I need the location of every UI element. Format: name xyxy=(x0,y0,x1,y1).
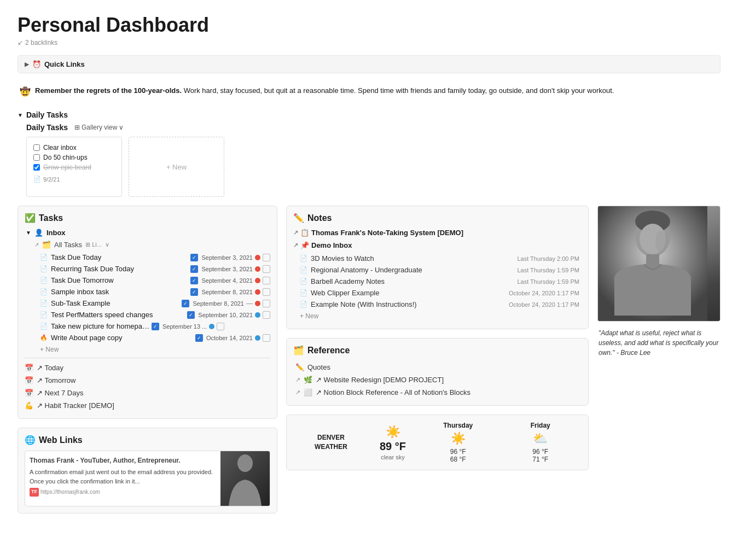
nav-next7[interactable]: 📅 ↗ Next 7 Days xyxy=(25,387,270,399)
task-date: September 8, 2021 xyxy=(193,300,244,307)
weather-thursday: Thursday ☀️ 96 °F 68 °F xyxy=(419,422,497,463)
bruce-lee-silhouette xyxy=(598,206,707,321)
task-dot-red xyxy=(255,301,260,306)
note-row-2[interactable]: 📄 Regional Anatomy - Undergraduate Last … xyxy=(293,264,582,276)
ref-row-quotes[interactable]: ✏️ Quotes xyxy=(293,361,582,374)
gallery-view-button[interactable]: ⊞ Gallery view ∨ xyxy=(72,122,126,132)
daily-tasks-view-label: Daily Tasks xyxy=(26,123,68,132)
quick-links-section: ▶ ⏰ Quick Links xyxy=(18,55,720,73)
task-row-7: 📄 Take new picture for homepage bac... ✓… xyxy=(25,320,270,332)
quick-links-header[interactable]: ▶ ⏰ Quick Links xyxy=(18,56,720,73)
all-tasks-arrow: ↗ xyxy=(34,242,39,248)
notion-arrow: ↗ xyxy=(295,389,300,396)
notes-section: ✏️ Notes ↗ 📋 Thomas Frank's Note-Taking … xyxy=(286,206,589,329)
task-date: September 8, 2021 xyxy=(201,289,253,295)
friday-range: 96 °F 71 °F xyxy=(532,448,548,463)
backlinks-icon: ↙ xyxy=(18,39,23,46)
inbox-person-icon: 👤 xyxy=(34,229,43,237)
ref-row-notion[interactable]: ↗ ⬜ ↗ Notion Block Reference - All of No… xyxy=(293,386,582,399)
col-left: ✅ Tasks ▼ 👤 Inbox ↗ 🗂️ All Tasks ⊞ Li...… xyxy=(18,206,277,514)
web-links-section: 🌐 Web Links Thomas Frank - YouTuber, Aut… xyxy=(18,428,277,514)
nav-habit[interactable]: 💪 ↗ Habit Tracker [DEMO] xyxy=(25,399,270,412)
tasks-title: ✅ Tasks xyxy=(25,213,270,223)
task-row-1: 📄 Task Due Today ✓ September 3, 2021 xyxy=(25,252,270,263)
reference-title: 🗂️ Reference xyxy=(293,345,582,355)
task-name: Task Due Today xyxy=(51,253,188,261)
task-add-new[interactable]: + New xyxy=(25,343,270,358)
today-icon: 📅 xyxy=(25,364,33,372)
website-icon: 🌿 xyxy=(304,376,312,384)
task-empty-check[interactable] xyxy=(263,311,270,319)
card-checkbox-1[interactable] xyxy=(33,144,40,151)
task-empty-check[interactable] xyxy=(263,265,270,273)
next7-icon: 📅 xyxy=(25,389,33,397)
task-date: September 3, 2021 xyxy=(201,254,253,261)
task-empty-check[interactable] xyxy=(263,254,270,261)
backlinks[interactable]: ↙ 2 backlinks xyxy=(18,39,720,46)
all-tasks-row[interactable]: ↗ 🗂️ All Tasks ⊞ Li... ∨ xyxy=(25,239,270,252)
person-silhouette xyxy=(223,451,267,506)
task-dot-red xyxy=(255,278,260,283)
reference-section: 🗂️ Reference ✏️ Quotes ↗ 🌿 ↗ Website Red… xyxy=(286,338,589,406)
task-dot-blue xyxy=(209,324,214,329)
task-check: ✓ xyxy=(190,254,198,261)
thursday-range: 96 °F 68 °F xyxy=(450,448,466,463)
notes-pinned-1[interactable]: ↗ 📋 Thomas Frank's Note-Taking System [D… xyxy=(293,229,582,237)
tasks-nav: 📅 ↗ Today 📅 ↗ Tomorrow 📅 ↗ Next 7 Days 💪… xyxy=(25,358,270,412)
friday-label: Friday xyxy=(531,422,550,429)
card-checkbox-3[interactable] xyxy=(33,164,40,171)
notes-pinned-2[interactable]: ↗ 📌 Demo Inbox xyxy=(293,241,582,249)
quote-emoji: 🤠 xyxy=(20,85,31,98)
friday-icon: ⛅ xyxy=(533,431,548,446)
task-empty-check[interactable] xyxy=(217,323,224,330)
web-link-card[interactable]: Thomas Frank - YouTuber, Author, Entrepr… xyxy=(25,451,270,506)
weather-grid: DENVERWEATHER ☀️ 89 °F clear sky Thursda… xyxy=(295,422,579,463)
note-row-3[interactable]: 📄 Barbell Academy Notes Last Thursday 1:… xyxy=(293,276,582,287)
task-row-5: 📄 Sub-Task Example ✓ September 8, 2021 — xyxy=(25,298,270,309)
nav-tomorrow[interactable]: 📅 ↗ Tomorrow xyxy=(25,374,270,387)
daily-tasks-toggle[interactable]: ▼ Daily Tasks xyxy=(18,110,720,119)
quote-bar: 🤠 Remember the regrets of the 100-year-o… xyxy=(18,80,720,104)
note-row-5[interactable]: 📄 Example Note (With Instructions!) Octo… xyxy=(293,299,582,310)
note-row-4[interactable]: 📄 Web Clipper Example October 24, 2020 1… xyxy=(293,287,582,299)
ref-row-website[interactable]: ↗ 🌿 ↗ Website Redesign [DEMO PROJECT] xyxy=(293,374,582,386)
task-empty-check[interactable] xyxy=(263,300,270,307)
note-row-1[interactable]: 📄 3D Movies to Watch Last Thursday 2:00 … xyxy=(293,253,582,264)
card-item-3: Grow epic beard xyxy=(33,164,115,171)
task-date: September 3, 2021 xyxy=(201,266,253,272)
tasks-emoji: ✅ xyxy=(25,213,36,223)
task-fire-icon: 🔥 xyxy=(40,334,48,341)
notes-title: ✏️ Notes xyxy=(293,213,582,223)
inbox-toggle[interactable]: ▼ 👤 Inbox xyxy=(25,229,270,237)
all-tasks-chevron: ∨ xyxy=(105,241,109,248)
task-empty-check[interactable] xyxy=(263,277,270,284)
page-title: Personal Dashboard xyxy=(18,13,720,37)
task-dot-blue xyxy=(255,312,260,318)
quick-links-arrow: ▶ xyxy=(25,61,29,67)
task-row-3: 📄 Task Due Tomorrow ✓ September 4, 2021 xyxy=(25,275,270,286)
card-checkbox-2[interactable] xyxy=(33,154,40,161)
bruce-photo xyxy=(598,206,720,321)
pinned1-arrow: ↗ xyxy=(293,229,298,236)
task-name: Recurring Task Due Today xyxy=(51,265,188,273)
gallery-card-new[interactable]: + New xyxy=(129,137,224,197)
task-doc-icon: 📄 xyxy=(40,311,48,318)
task-doc-icon: 📄 xyxy=(40,254,48,261)
quotes-icon: ✏️ xyxy=(295,363,304,371)
task-empty-check[interactable] xyxy=(263,334,270,342)
all-tasks-icon: 🗂️ xyxy=(42,241,51,249)
notes-add-new[interactable]: + New xyxy=(293,310,582,322)
note-icon: 📄 xyxy=(300,301,307,308)
task-doc-icon: 📄 xyxy=(40,288,48,295)
tasks-section: ✅ Tasks ▼ 👤 Inbox ↗ 🗂️ All Tasks ⊞ Li...… xyxy=(18,206,277,419)
task-empty-check[interactable] xyxy=(263,288,270,296)
task-dot-blue xyxy=(255,335,260,341)
nav-today[interactable]: 📅 ↗ Today xyxy=(25,361,270,374)
task-doc-icon: 📄 xyxy=(40,323,48,330)
main-layout: ✅ Tasks ▼ 👤 Inbox ↗ 🗂️ All Tasks ⊞ Li...… xyxy=(18,206,720,514)
photo-container xyxy=(597,206,720,322)
thursday-label: Thursday xyxy=(443,422,473,429)
task-name: Test PerfMatters speed changes xyxy=(51,311,185,319)
notes-emoji: ✏️ xyxy=(293,213,304,223)
habit-icon: 💪 xyxy=(25,401,33,410)
